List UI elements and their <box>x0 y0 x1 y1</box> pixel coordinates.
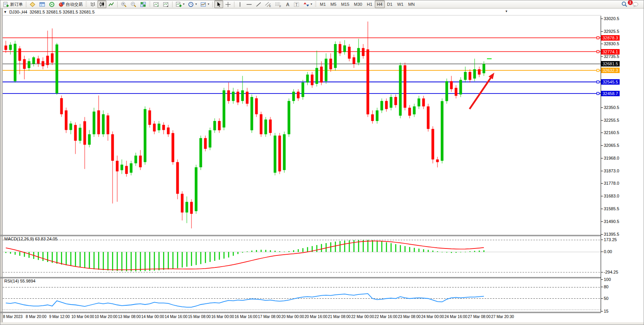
price-tick: 31683.0 <box>604 194 619 199</box>
auto-trading-label: 自动交易 <box>66 2 83 7</box>
indicators-button[interactable]: ▾ <box>199 0 211 8</box>
timeframe-h4[interactable]: H4 <box>375 0 385 8</box>
rsi-chart <box>3 278 601 312</box>
vertical-line-button[interactable] <box>236 0 244 8</box>
timeframe-m5[interactable]: M5 <box>328 0 338 8</box>
price-line-badge[interactable]: 32458.7 <box>601 91 620 96</box>
price-tick: 31873.0 <box>604 168 619 174</box>
price-tick: 31778.0 <box>604 181 619 186</box>
line-chart-button[interactable] <box>107 0 116 8</box>
timeframe-m30[interactable]: M30 <box>352 0 364 8</box>
chart-symbol-period: DJ30-,H4 <box>9 10 27 14</box>
zoom-in-button[interactable] <box>119 0 128 8</box>
trade-panel-caret-icon[interactable]: ▾ <box>506 9 507 13</box>
navigator-icon <box>49 2 55 7</box>
chart-menu-caret-icon[interactable]: ▼ <box>3 10 7 14</box>
horizontal-line-button[interactable] <box>244 0 254 8</box>
timeframe-m15[interactable]: M15 <box>339 0 352 8</box>
time-label: 27 Mar 08:00 <box>468 315 491 319</box>
time-label: 8 Mar 2023 <box>3 315 23 319</box>
price-tick: 31490.5 <box>604 219 619 224</box>
crosshair-button[interactable] <box>224 0 232 8</box>
chevron-down-icon: ▾ <box>195 3 197 6</box>
time-label: 13 Mar 08:00 <box>118 315 141 319</box>
new-chart-button[interactable]: ▾ <box>174 0 186 8</box>
vertical-line-icon <box>237 2 243 7</box>
time-label: 20 Mar 00:00 <box>281 315 304 319</box>
rsi-label: RSI(14) 55.9894 <box>4 279 36 283</box>
svg-text:E: E <box>269 5 271 7</box>
price-tick: 32830.5 <box>604 41 619 46</box>
chevron-down-icon: ▾ <box>183 3 184 6</box>
timeframe-m1[interactable]: M1 <box>318 0 328 8</box>
price-tick: 32350.5 <box>604 105 619 110</box>
toolbar-separator <box>212 2 213 7</box>
mt4-terminal: 新订单 <box>0 0 644 325</box>
bar-chart-button[interactable] <box>88 0 97 8</box>
toolbar-separator <box>26 2 26 7</box>
current-price-badge[interactable]: 32681.5 <box>601 61 620 66</box>
arrow-objects-icon <box>303 2 309 7</box>
rsi-pane[interactable]: RSI(14) 55.9894 <box>3 278 601 312</box>
time-axis[interactable]: 8 Mar 20238 Mar 20:009 Mar 12:0010 Mar 0… <box>3 313 601 322</box>
rsi-tick: 100 <box>604 277 611 282</box>
data-window-button[interactable] <box>38 0 47 8</box>
macd-tick: 173.25 <box>604 237 617 242</box>
new-chart-icon <box>176 2 182 7</box>
timeframe-d1[interactable]: D1 <box>385 0 395 8</box>
cursor-button[interactable] <box>214 0 223 8</box>
macd-tick: 0.00 <box>604 249 612 254</box>
new-order-icon <box>3 2 9 7</box>
price-tick: 32735.5 <box>604 54 619 59</box>
tile-windows-icon <box>140 2 146 7</box>
toolbar-separator <box>117 2 118 7</box>
price-chart-pane[interactable] <box>3 16 601 235</box>
time-label: 22 Mar 00:00 <box>351 315 374 319</box>
price-axis[interactable]: 33020.532925.532830.532735.532350.532255… <box>601 9 644 325</box>
chart-titlebar[interactable]: ▼ DJ30-,H4 32681.5 32681.5 32681.5 32681… <box>0 9 644 15</box>
timeframe-h1[interactable]: H1 <box>364 0 374 8</box>
timeframe-mn[interactable]: MN <box>406 0 417 8</box>
price-line-badge[interactable]: 32632.3 <box>601 68 620 73</box>
candlestick-chart <box>3 16 601 235</box>
price-line-badge[interactable]: 32878.3 <box>601 35 620 41</box>
time-label: 21 Mar 08:00 <box>328 315 351 319</box>
new-order-label: 新订单 <box>10 2 23 7</box>
period-button[interactable]: ▾ <box>186 0 198 8</box>
bar-chart-icon <box>90 2 96 7</box>
candlestick-chart-button[interactable] <box>97 0 106 8</box>
text-label-button[interactable]: T <box>292 0 301 8</box>
price-tick: 31395.5 <box>604 232 619 237</box>
arrange-left-button[interactable] <box>152 0 161 8</box>
equidistant-channel-button[interactable]: E <box>263 0 273 8</box>
price-line-badge[interactable]: 32774.1 <box>601 49 620 54</box>
price-tick: 31968.0 <box>604 156 619 161</box>
toolbar-drag-handle <box>315 2 316 7</box>
new-order-button[interactable]: 新订单 <box>2 0 24 8</box>
fibonacci-button[interactable]: F <box>273 0 283 8</box>
arrange-right-button[interactable] <box>161 0 171 8</box>
text-button[interactable]: A <box>284 0 292 8</box>
macd-pane[interactable]: MACD(12,26,9) 63.83 24.05 <box>3 236 601 277</box>
notifications-button[interactable]: 1 <box>631 0 641 8</box>
time-label: 20 Mar 16:00 <box>304 315 327 319</box>
time-label: 24 Mar 00:00 <box>421 315 444 319</box>
time-label: 24 Mar 16:00 <box>444 315 467 319</box>
price-line-badge[interactable]: 32545.5 <box>601 79 620 85</box>
clock-icon <box>188 2 194 7</box>
trendline-icon <box>256 2 261 7</box>
time-label: 17 Mar 08:00 <box>258 315 281 319</box>
tile-windows-button[interactable] <box>138 0 148 8</box>
data-window-icon <box>39 2 45 7</box>
trendline-button[interactable] <box>254 0 263 8</box>
market-watch-button[interactable] <box>28 0 37 8</box>
timeframe-w1[interactable]: W1 <box>395 0 406 8</box>
auto-trading-button[interactable]: 自动交易 <box>57 0 84 8</box>
zoom-out-button[interactable] <box>129 0 138 8</box>
toolbar-drag-handle <box>149 2 150 7</box>
chat-bubble-icon <box>632 1 639 7</box>
arrows-button[interactable]: ▾ <box>302 0 314 8</box>
navigator-button[interactable] <box>47 0 56 8</box>
svg-text:F: F <box>280 5 281 7</box>
cursor-icon <box>216 2 222 7</box>
